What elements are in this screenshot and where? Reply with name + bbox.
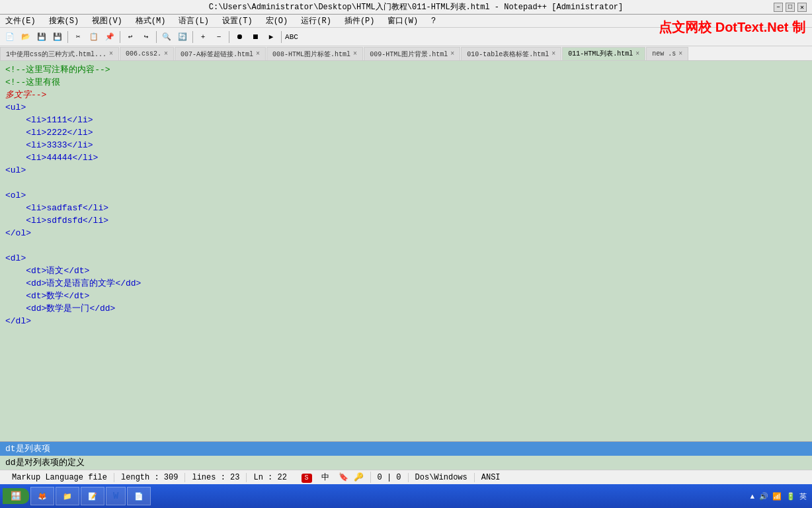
toolbar-undo[interactable]: ↩ (123, 30, 138, 44)
title-bar-controls: – □ ✕ (774, 3, 807, 12)
toolbar-find[interactable]: 🔍 (159, 30, 174, 44)
menu-item-运行R[interactable]: 运行(R) (298, 15, 334, 26)
toolbar-sep3 (156, 31, 157, 43)
taskbar: 🪟 🦊 📁 📝 W 📄 ▲ 🔊 📶 🔋 英 (0, 484, 812, 508)
menu-item-视图V[interactable]: 视图(V) (89, 15, 125, 26)
code-line-13: <li>sdfdsfd</li> (5, 214, 807, 227)
code-line-4: <ul> (5, 101, 807, 114)
toolbar-redo[interactable]: ↪ (139, 30, 153, 44)
ime-icon: S (302, 474, 312, 483)
menu-item-插件P[interactable]: 插件(P) (342, 15, 378, 26)
hint-line-2: dd是对列表项的定义 (0, 456, 812, 470)
toolbar-new[interactable]: 📄 (3, 30, 17, 44)
code-line-16: <dl> (5, 252, 807, 265)
toolbar-sep4 (192, 31, 193, 43)
toolbar-save[interactable]: 💾 (34, 30, 49, 44)
toolbar-sep5 (229, 31, 229, 43)
code-line-14: </ol> (5, 227, 807, 239)
toolbar-replace[interactable]: 🔄 (175, 30, 190, 44)
tab-0[interactable]: 1中使用css的三种方式.html... × (0, 47, 119, 60)
code-line-2: <!--这里有很 (5, 76, 807, 89)
menu-item-文件E[interactable]: 文件(E) (3, 15, 38, 26)
code-line-12: <li>sadfasf</li> (5, 202, 807, 214)
maximize-button[interactable]: □ (786, 3, 795, 12)
menu-item-格式M[interactable]: 格式(M) (133, 15, 169, 26)
word-icon: W (113, 491, 118, 501)
code-line-21: </dl> (5, 315, 807, 327)
code-line-19: <dt>数学</dt> (5, 290, 807, 302)
firefox-icon: 🦊 (38, 492, 47, 501)
toolbar-sep2 (120, 31, 120, 43)
tray-icons: ▲ 🔊 📶 🔋 (751, 492, 795, 501)
code-line-3: 多文字--> (5, 89, 807, 101)
app-icon: 📄 (134, 492, 143, 501)
menu-item-宏O[interactable]: 宏(O) (263, 15, 291, 26)
taskbar-tray: ▲ 🔊 📶 🔋 英 (751, 491, 809, 501)
code-line-17: <dt>语文</dt> (5, 265, 807, 277)
tab-3[interactable]: 008-HTML图片标签.html × (266, 47, 363, 60)
hint-line-1: dt是列表项 (0, 442, 812, 456)
watermark: 点文网校 DotText.Net 制 (659, 19, 805, 36)
code-line-5: <li>1111</li> (5, 114, 807, 126)
code-line-15 (5, 239, 807, 252)
toolbar-saveall[interactable]: 💾 (50, 30, 65, 44)
toolbar-cut[interactable]: ✂ (71, 30, 85, 44)
title-bar: C:\Users\Administrator\Desktop\HTML入门教程\… (0, 0, 812, 15)
status-filetype: Markup Language file (5, 473, 114, 482)
code-line-7: <li>3333</li> (5, 139, 807, 151)
tab-7[interactable]: new .s × (646, 47, 688, 60)
taskbar-app[interactable]: 📄 (127, 487, 151, 505)
status-lines: lines : 23 (185, 473, 247, 482)
status-length: length : 309 (114, 473, 185, 482)
toolbar-play[interactable]: ▶ (264, 30, 278, 44)
toolbar-record[interactable]: ⏺ (232, 30, 247, 44)
toolbar-open[interactable]: 📂 (19, 30, 33, 44)
toolbar-sep1 (67, 31, 68, 43)
status-lineending: Dos\Windows (409, 473, 475, 482)
menu-item-窗口W[interactable]: 窗口(W) (385, 15, 421, 26)
minimize-button[interactable]: – (774, 3, 783, 12)
tab-4[interactable]: 009-HTML图片背景.html × (364, 47, 460, 60)
start-button[interactable]: 🪟 (3, 488, 29, 504)
menu-item-语言L[interactable]: 语言(L) (176, 15, 212, 26)
toolbar-stop[interactable]: ⏹ (248, 30, 263, 44)
code-line-20: <dd>数学是一门</dd> (5, 302, 807, 315)
taskbar-word[interactable]: W (106, 487, 126, 505)
code-line-9: <ul> (5, 164, 807, 177)
code-line-11: <ol> (5, 189, 807, 202)
status-macro: 0 | 0 (371, 473, 409, 482)
code-line-1: <!--这里写注释的内容--> (5, 64, 807, 76)
ime-status: 中 (321, 473, 329, 482)
toolbar-spell[interactable]: ABC (284, 30, 299, 44)
tab-6[interactable]: 011-HTML列表.html × (562, 47, 645, 60)
status-bar: Markup Language file length : 309 lines … (0, 470, 812, 484)
toolbar-copy[interactable]: 📋 (87, 30, 101, 44)
tab-1[interactable]: 006.css2. × (120, 47, 174, 60)
taskbar-firefox[interactable]: 🦊 (30, 487, 54, 505)
close-button[interactable]: ✕ (797, 3, 807, 12)
explorer-icon: 📁 (63, 492, 72, 501)
title-bar-text: C:\Users\Administrator\Desktop\HTML入门教程\… (58, 1, 774, 13)
status-encoding: ANSI (475, 473, 507, 482)
tab-2[interactable]: 007-A标签超链接.html × (175, 47, 266, 60)
code-line-8: <li>44444</li> (5, 151, 807, 164)
notepad-icon: 📝 (88, 492, 97, 501)
toolbar-sep6 (281, 31, 282, 43)
code-line-18: <dd>语文是语言的文学</dd> (5, 277, 807, 290)
editor-area[interactable]: <!--这里写注释的内容--> <!--这里有很 多文字--> <ul> <li… (0, 61, 812, 441)
code-line-10 (5, 177, 807, 189)
toolbar-zoom-out[interactable]: − (212, 30, 226, 44)
tab-bar: 1中使用css的三种方式.html... × 006.css2. × 007-A… (0, 46, 812, 61)
hint-area: dt是列表项 dd是对列表项的定义 (0, 441, 812, 470)
toolbar-zoom-in[interactable]: + (196, 30, 210, 44)
toolbar-paste[interactable]: 📌 (102, 30, 117, 44)
taskbar-notepad[interactable]: 📝 (81, 487, 104, 505)
taskbar-explorer[interactable]: 📁 (56, 487, 79, 505)
tray-lang: 英 (799, 491, 807, 501)
tab-5[interactable]: 010-table表格标签.html × (461, 47, 561, 60)
menu-item-设置T[interactable]: 设置(T) (220, 15, 255, 26)
menu-item-[interactable]: ? (428, 17, 438, 26)
menu-item-搜索S[interactable]: 搜索(S) (46, 15, 82, 26)
start-icon: 🪟 (11, 491, 21, 501)
status-ln: Ln : 22 S 中 🔖 🔑 (247, 472, 370, 483)
